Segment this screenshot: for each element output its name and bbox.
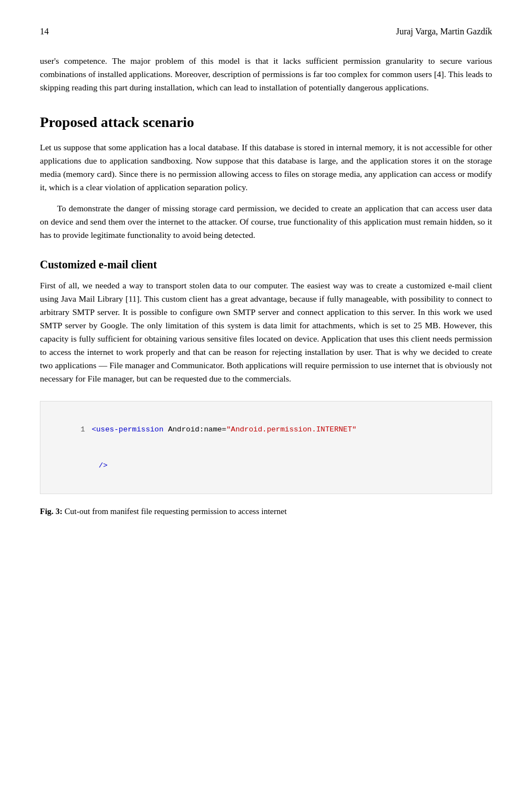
section1-heading: Proposed attack scenario — [40, 114, 492, 131]
figure-caption-label: Fig. 3: — [40, 507, 63, 516]
page-authors: Juraj Varga, Martin Gazdík — [396, 27, 492, 37]
figure-caption: Fig. 3: Cut-out from manifest file reque… — [40, 505, 492, 518]
code-line-number: 1 — [81, 425, 85, 434]
figure-caption-text: Cut-out from manifest file requesting pe… — [65, 507, 287, 516]
page-header: 14 Juraj Varga, Martin Gazdík — [40, 27, 492, 37]
code-line-2: /> — [54, 448, 478, 484]
section2-paragraph1: First of all, we needed a way to transpo… — [40, 279, 492, 385]
section2-heading: Customized e-mail client — [40, 258, 492, 271]
page-number: 14 — [40, 27, 49, 37]
intro-paragraph: user's competence. The major problem of … — [40, 54, 492, 94]
code-block: 1<uses-permission Android:name="Android.… — [40, 401, 492, 494]
page: 14 Juraj Varga, Martin Gazdík user's com… — [0, 0, 532, 788]
code-close-tag: /> — [99, 461, 108, 470]
code-line-1: 1<uses-permission Android:name="Android.… — [54, 411, 478, 448]
code-attribute: Android:name="Android.permission.INTERNE… — [163, 425, 356, 434]
section1-paragraph2: To demonstrate the danger of missing sto… — [40, 202, 492, 242]
section1-paragraph1: Let us suppose that some application has… — [40, 141, 492, 194]
code-keyword-uses-permission: <uses-permission — [91, 425, 163, 434]
